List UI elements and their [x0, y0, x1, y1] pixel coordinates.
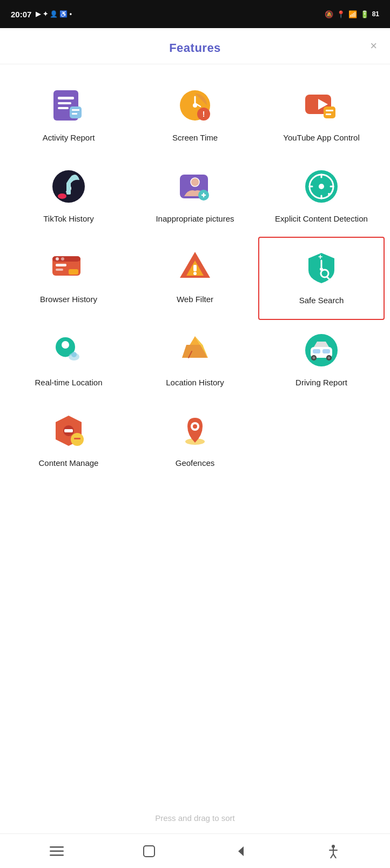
- features-grid: Activity Report ! Screen Time: [0, 64, 390, 492]
- svg-rect-1: [58, 97, 74, 99]
- feature-item-content-manage[interactable]: Content Manage: [5, 400, 132, 482]
- feature-item-safe-search[interactable]: + Safe Search: [258, 237, 385, 320]
- svg-text:!: !: [203, 110, 205, 118]
- browser-history-label: Browser History: [40, 294, 97, 305]
- svg-rect-17: [326, 113, 331, 115]
- location-history-icon: [176, 331, 214, 370]
- svg-rect-76: [50, 854, 64, 856]
- safe-search-icon: +: [302, 249, 341, 288]
- status-icons: ▶ ✦ 👤 ♿ •: [36, 10, 72, 18]
- feature-item-browser-history[interactable]: Browser History: [5, 237, 132, 320]
- web-filter-label: Web Filter: [177, 294, 213, 305]
- screen-time-label: Screen Time: [172, 132, 218, 143]
- content-manage-label: Content Manage: [39, 458, 99, 469]
- svg-line-83: [333, 854, 336, 858]
- explicit-icon: [302, 167, 341, 206]
- location-status-icon: 📍: [337, 10, 345, 18]
- svg-rect-40: [69, 269, 78, 275]
- activity-report-icon: [49, 86, 88, 125]
- feature-item-web-filter[interactable]: Web Filter: [132, 237, 258, 320]
- bottom-hint: Press and drag to sort: [0, 803, 390, 833]
- nav-menu-button[interactable]: [44, 838, 70, 864]
- nav-home-button[interactable]: [136, 838, 162, 864]
- feature-item-tiktok-history[interactable]: ♪ TikTok History: [5, 156, 132, 237]
- content-manage-icon: [49, 411, 88, 450]
- svg-point-20: [58, 193, 66, 199]
- svg-point-28: [319, 184, 324, 189]
- svg-rect-38: [56, 264, 66, 266]
- svg-rect-2: [58, 102, 71, 104]
- driving-report-label: Driving Report: [295, 377, 347, 388]
- feature-item-inappropriate-pictures[interactable]: Inappropriate pictures: [132, 156, 258, 237]
- web-filter-icon: [176, 248, 214, 286]
- svg-point-33: [328, 193, 330, 195]
- inappropriate-icon: [176, 167, 214, 206]
- status-bar: 20:07 ▶ ✦ 👤 ♿ • 🔕 📍 📶 🔋 81: [0, 0, 390, 28]
- status-right: 🔕 📍 📶 🔋 81: [325, 10, 379, 18]
- status-time: 20:07: [11, 10, 31, 19]
- wifi-icon: 📶: [348, 10, 357, 18]
- svg-point-51: [62, 341, 69, 349]
- svg-rect-39: [56, 269, 63, 271]
- activity-report-label: Activity Report: [43, 132, 95, 143]
- svg-point-36: [56, 257, 59, 261]
- safe-search-label: Safe Search: [299, 295, 344, 306]
- svg-rect-75: [50, 850, 64, 852]
- feature-item-geofences[interactable]: Geofences: [132, 400, 258, 482]
- svg-rect-44: [193, 265, 197, 271]
- svg-point-73: [193, 424, 197, 429]
- feature-item-screen-time[interactable]: ! Screen Time: [132, 75, 258, 156]
- svg-point-43: [193, 272, 197, 275]
- svg-rect-77: [144, 846, 154, 857]
- screen-time-icon: !: [176, 86, 214, 125]
- svg-rect-74: [50, 846, 64, 848]
- feature-item-explicit-content[interactable]: Explicit Content Detection: [258, 156, 385, 237]
- svg-point-63: [313, 356, 315, 359]
- feature-item-youtube-app-control[interactable]: YouTube App Control: [258, 75, 385, 156]
- driving-report-icon: [302, 331, 341, 370]
- svg-point-37: [61, 257, 64, 261]
- feature-item-realtime-location[interactable]: Real-time Location: [5, 320, 132, 401]
- svg-point-65: [328, 356, 331, 359]
- tiktok-history-label: TikTok History: [43, 213, 94, 224]
- svg-rect-15: [324, 106, 335, 118]
- svg-rect-5: [72, 109, 79, 111]
- youtube-icon: [302, 86, 341, 125]
- svg-rect-16: [326, 110, 333, 111]
- header: Features ×: [0, 28, 390, 64]
- bell-icon: 🔕: [325, 10, 333, 18]
- battery-level: 81: [372, 10, 379, 18]
- svg-rect-3: [58, 107, 69, 109]
- inappropriate-pictures-label: Inappropriate pictures: [156, 213, 234, 224]
- nav-accessibility-button[interactable]: [320, 838, 346, 864]
- svg-rect-68: [64, 429, 73, 432]
- nav-back-button[interactable]: [228, 838, 254, 864]
- tiktok-icon: ♪: [49, 167, 88, 206]
- svg-rect-60: [313, 349, 320, 353]
- feature-item-driving-report[interactable]: Driving Report: [258, 320, 385, 401]
- svg-line-82: [331, 854, 333, 858]
- nav-bar: [0, 833, 390, 868]
- svg-marker-78: [238, 846, 244, 856]
- browser-icon: [49, 248, 88, 286]
- geofences-icon: [176, 411, 214, 450]
- svg-rect-4: [70, 106, 82, 118]
- svg-text:+: +: [318, 252, 322, 261]
- realtime-location-label: Real-time Location: [35, 377, 102, 388]
- geofences-label: Geofences: [176, 458, 215, 469]
- svg-point-22: [191, 178, 199, 186]
- svg-point-53: [71, 352, 77, 357]
- battery-icon: 🔋: [360, 10, 369, 18]
- main-content: Features × Activity Report: [0, 28, 390, 868]
- youtube-app-control-label: YouTube App Control: [283, 132, 360, 143]
- realtime-location-icon: [49, 331, 88, 370]
- feature-item-activity-report[interactable]: Activity Report: [5, 75, 132, 156]
- feature-item-location-history[interactable]: Location History: [132, 320, 258, 401]
- explicit-content-label: Explicit Content Detection: [275, 213, 368, 224]
- page-title: Features: [169, 41, 221, 55]
- close-button[interactable]: ×: [368, 38, 379, 54]
- svg-rect-70: [74, 438, 80, 439]
- location-history-label: Location History: [166, 377, 224, 388]
- svg-rect-61: [322, 349, 330, 353]
- svg-rect-6: [72, 113, 77, 115]
